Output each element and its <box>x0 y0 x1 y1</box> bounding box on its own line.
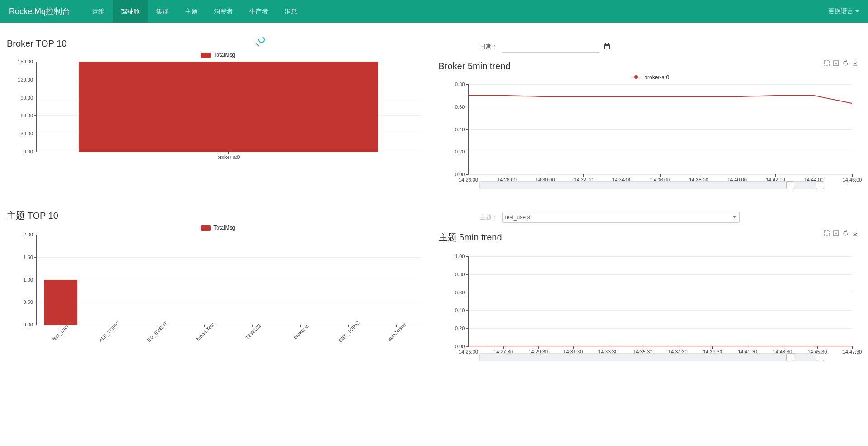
zoom-area-icon[interactable] <box>823 60 830 67</box>
legend-swatch-icon <box>201 53 211 58</box>
svg-point-8 <box>634 75 638 79</box>
chart-toolbox <box>823 230 859 237</box>
chart-title: Broker 5min trend <box>439 61 862 72</box>
x-axis-label: aultCluster <box>385 319 408 342</box>
y-axis-label: 0.40 <box>455 307 468 313</box>
y-axis-label: 1.50 <box>24 254 37 260</box>
y-axis-label: 1.00 <box>24 277 37 283</box>
x-axis-label: EST_TOPIC <box>336 318 361 344</box>
topic-select[interactable]: test_users <box>502 212 740 223</box>
zoom-slider[interactable] <box>479 181 821 189</box>
y-axis-label: 0.60 <box>455 290 468 295</box>
y-axis-label: 0.20 <box>455 149 468 154</box>
legend-label: broker-a:0 <box>644 74 669 81</box>
svg-rect-5 <box>824 61 829 66</box>
x-axis-label: 14:25:30 <box>459 346 478 355</box>
y-axis-label: 0.80 <box>455 82 468 87</box>
legend-line-icon <box>631 75 641 79</box>
zoom-handle-right[interactable] <box>816 181 824 189</box>
date-input[interactable] <box>502 41 599 53</box>
chart-title: Broker TOP 10 <box>7 38 430 49</box>
y-axis-label: 0.20 <box>455 326 468 331</box>
nav-item-5[interactable]: 生产者 <box>241 0 276 23</box>
legend-label: TotalMsg <box>213 52 235 58</box>
refresh-icon[interactable] <box>842 60 849 67</box>
nav-item-4[interactable]: 消费者 <box>206 0 241 23</box>
topic-row: 主题： test_users <box>439 212 862 223</box>
zoom-handle-right[interactable] <box>816 353 824 361</box>
topic-select-value: test_users <box>505 214 530 221</box>
x-axis-label: ED_EVENT <box>144 319 169 343</box>
x-axis-label: broker-a:0 <box>217 152 240 160</box>
y-axis-label: 30.00 <box>20 131 37 136</box>
nav-item-6[interactable]: 消息 <box>276 0 305 23</box>
chart-legend <box>439 246 862 253</box>
brand: RocketMq控制台 <box>9 6 70 17</box>
language-switch-label: 更换语言 <box>828 7 854 15</box>
y-axis-label: 0.60 <box>455 104 468 110</box>
x-axis-label: 14:46:00 <box>843 174 862 182</box>
broker-5min-chart: 0.000.200.400.600.8014:26:0014:28:0014:3… <box>468 84 853 175</box>
date-label: 日期： <box>439 43 502 51</box>
navbar: RocketMq控制台 运维驾驶舱集群主题消费者生产者消息 更换语言 <box>0 0 868 23</box>
cursor-icon: ↖ <box>255 41 260 48</box>
y-axis-label: 90.00 <box>20 95 37 101</box>
nav-items: 运维驾驶舱集群主题消费者生产者消息 <box>84 0 828 23</box>
zoom-area-icon[interactable] <box>823 230 830 237</box>
y-axis-label: 0.00 <box>24 322 37 327</box>
chevron-down-icon <box>855 10 859 12</box>
chart-toolbox <box>823 60 859 67</box>
chart-title: 主题 TOP 10 <box>7 210 430 222</box>
topic-5min-card: 主题 5min trend 0.000.200.400.600.801.0014… <box>439 225 862 375</box>
y-axis-label: 2.00 <box>24 232 37 237</box>
x-axis-label: TBW102 <box>242 321 262 340</box>
bar <box>44 280 77 325</box>
chevron-down-icon <box>733 216 736 218</box>
zoom-slider[interactable] <box>479 353 821 361</box>
broker-top10-chart: 0.0030.0060.0090.00120.00150.00broker-a:… <box>36 62 421 152</box>
svg-rect-2 <box>605 46 609 49</box>
legend-label: TotalMsg <box>213 225 235 231</box>
zoom-handle-left[interactable] <box>786 181 794 189</box>
chart-legend: TotalMsg <box>7 52 430 58</box>
bar <box>79 62 378 152</box>
chart-legend: broker-a:0 <box>439 74 862 81</box>
legend-swatch-icon <box>201 225 211 231</box>
y-axis-label: 1.00 <box>455 254 468 259</box>
y-axis-label: 60.00 <box>20 113 37 118</box>
topic-label: 主题： <box>439 213 502 221</box>
svg-rect-9 <box>824 231 829 236</box>
zoom-reset-icon[interactable] <box>833 230 840 237</box>
x-axis-label: hmarkTest <box>193 320 215 342</box>
download-icon[interactable] <box>852 230 859 237</box>
calendar-icon[interactable] <box>604 43 610 50</box>
nav-item-1[interactable]: 驾驶舱 <box>113 0 148 23</box>
zoom-reset-icon[interactable] <box>833 60 840 67</box>
chart-title: 主题 5min trend <box>439 231 862 244</box>
x-axis-label: broker-a <box>291 321 310 340</box>
nav-item-0[interactable]: 运维 <box>84 0 113 23</box>
y-axis-label: 120.00 <box>18 77 37 82</box>
refresh-icon[interactable] <box>842 230 849 237</box>
y-axis-label: 0.80 <box>455 272 468 277</box>
x-axis-label: ALF_TOPIC <box>96 318 121 343</box>
svg-rect-4 <box>608 43 609 45</box>
x-axis-label: 14:26:00 <box>459 174 478 182</box>
broker-top10-card: ↖ Broker TOP 10 TotalMsg 0.0030.0060.009… <box>7 32 430 166</box>
y-axis-label: 0.50 <box>24 299 37 305</box>
y-axis-label: 0.00 <box>24 149 37 154</box>
topic-5min-chart: 0.000.200.400.600.801.0014:25:3014:27:30… <box>468 256 853 347</box>
download-icon[interactable] <box>852 60 859 67</box>
nav-item-2[interactable]: 集群 <box>148 0 177 23</box>
zoom-handle-left[interactable] <box>786 353 794 361</box>
y-axis-label: 150.00 <box>18 59 37 64</box>
topic-top10-chart: 0.000.501.001.502.00test_usersALF_TOPICE… <box>36 235 421 325</box>
broker-5min-card: Broker 5min trend broker-a:0 0.000.200.4… <box>439 54 862 203</box>
nav-item-3[interactable]: 主题 <box>177 0 206 23</box>
y-axis-label: 0.40 <box>455 127 468 132</box>
date-row: 日期： <box>439 41 862 53</box>
x-axis-label: 14:47:30 <box>843 346 862 355</box>
topic-top10-card: 主题 TOP 10 TotalMsg 0.000.501.001.502.00t… <box>7 203 430 339</box>
chart-legend: TotalMsg <box>7 225 430 231</box>
language-switch[interactable]: 更换语言 <box>828 7 859 15</box>
